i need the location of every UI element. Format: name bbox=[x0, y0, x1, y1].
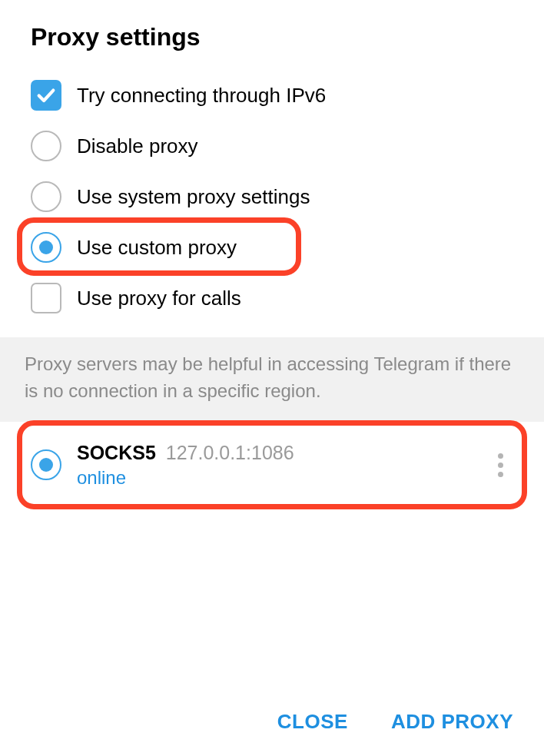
option-ipv6[interactable]: Try connecting through IPv6 bbox=[31, 70, 544, 121]
radio-selected-icon bbox=[31, 449, 61, 480]
option-label: Try connecting through IPv6 bbox=[77, 84, 326, 108]
close-button[interactable]: CLOSE bbox=[277, 710, 348, 734]
add-proxy-button[interactable]: ADD PROXY bbox=[391, 710, 513, 734]
proxy-address: 127.0.0.1:1086 bbox=[166, 442, 294, 463]
checkbox-empty-icon bbox=[31, 283, 61, 313]
checkbox-checked-icon bbox=[31, 80, 61, 111]
page-title: Proxy settings bbox=[0, 0, 544, 70]
option-label: Disable proxy bbox=[77, 134, 198, 158]
radio-empty-icon bbox=[31, 131, 61, 161]
proxy-type: SOCKS5 bbox=[77, 442, 156, 463]
option-proxy-calls[interactable]: Use proxy for calls bbox=[31, 273, 544, 323]
dialog-footer: CLOSE ADD PROXY bbox=[0, 687, 544, 756]
option-custom-proxy[interactable]: Use custom proxy bbox=[31, 222, 544, 273]
radio-selected-icon bbox=[31, 232, 61, 263]
option-label: Use system proxy settings bbox=[77, 185, 310, 209]
option-label: Use proxy for calls bbox=[77, 287, 241, 310]
proxy-entry-text: SOCKS5 127.0.0.1:1086 online bbox=[77, 442, 490, 489]
option-disable-proxy[interactable]: Disable proxy bbox=[31, 121, 544, 171]
more-menu-icon[interactable] bbox=[490, 453, 513, 477]
proxy-status: online bbox=[77, 467, 490, 489]
option-label: Use custom proxy bbox=[77, 236, 237, 260]
info-text: Proxy servers may be helpful in accessin… bbox=[0, 337, 544, 422]
radio-empty-icon bbox=[31, 181, 61, 212]
options-list: Try connecting through IPv6 Disable prox… bbox=[0, 70, 544, 323]
proxy-entry[interactable]: SOCKS5 127.0.0.1:1086 online bbox=[0, 422, 544, 496]
option-system-proxy[interactable]: Use system proxy settings bbox=[31, 171, 544, 222]
